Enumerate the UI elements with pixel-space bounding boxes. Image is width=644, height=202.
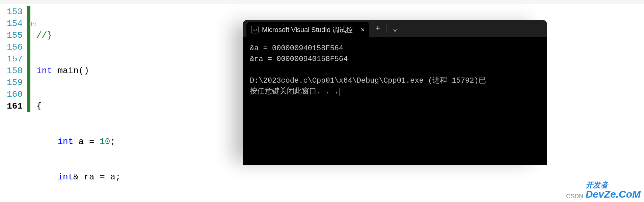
line-number: 161 — [0, 100, 23, 112]
fold-cell — [30, 77, 36, 89]
output-line: &a = 000000940158F564 — [250, 44, 343, 53]
line-number: 154 — [0, 18, 23, 30]
comment-token: //} — [36, 30, 52, 40]
text-token: a = — [73, 137, 100, 147]
change-tick — [27, 77, 30, 89]
line-number: 160 — [0, 89, 23, 100]
close-icon[interactable]: × — [361, 26, 365, 34]
line-number: 155 — [0, 30, 23, 41]
keyword-token: int — [57, 172, 73, 182]
fold-toggle-icon[interactable]: − — [31, 22, 35, 26]
fold-cell[interactable]: − — [30, 18, 36, 30]
watermark: CSDN 开发者 DevZe.CoM — [566, 182, 641, 200]
fold-cell — [30, 89, 36, 100]
change-tick — [27, 100, 30, 112]
change-tick — [27, 6, 30, 18]
chevron-down-icon: ⌄ — [393, 24, 397, 33]
watermark-top: 开发者 — [586, 182, 641, 189]
output-line: 按任意键关闭此窗口. . . — [250, 87, 339, 96]
watermark-prefix: CSDN — [566, 193, 583, 200]
change-tick — [27, 18, 30, 30]
code-line[interactable]: int& ra = a; — [36, 171, 644, 183]
brace-token: { — [36, 101, 42, 111]
output-line: D:\2023code.c\Cpp01\x64\Debug\Cpp01.exe … — [250, 77, 486, 85]
change-tick — [27, 65, 30, 77]
output-line: &ra = 000000940158F564 — [250, 55, 348, 63]
line-number: 157 — [0, 53, 23, 65]
terminal-tab-actions: + ⌄ — [369, 20, 403, 37]
debug-console-window[interactable]: c:\ Microsoft Visual Studio 调试控 × + ⌄ &a… — [243, 20, 547, 165]
text-token: main() — [52, 66, 89, 76]
text-token: ; — [110, 137, 115, 147]
new-tab-button[interactable]: + — [369, 20, 386, 37]
terminal-output[interactable]: &a = 000000940158F564 &ra = 000000940158… — [243, 37, 547, 103]
fold-cell — [30, 53, 36, 65]
cmd-icon: c:\ — [251, 26, 259, 33]
line-number: 158 — [0, 65, 23, 77]
terminal-cursor — [340, 88, 340, 96]
text-token: & ra = a; — [73, 172, 120, 182]
line-number-gutter[interactable]: 153 154 155 156 157 158 159 160 161 — [0, 4, 27, 202]
line-number: 156 — [0, 41, 23, 53]
change-tick — [27, 30, 30, 41]
change-tick — [27, 41, 30, 53]
tab-dropdown-button[interactable]: ⌄ — [386, 20, 403, 37]
plus-icon: + — [376, 25, 380, 33]
watermark-logo: 开发者 DevZe.CoM — [586, 182, 641, 200]
terminal-titlebar[interactable]: c:\ Microsoft Visual Studio 调试控 × + ⌄ — [243, 20, 547, 37]
fold-cell — [30, 65, 36, 77]
change-tick — [27, 53, 30, 65]
fold-cell — [30, 6, 36, 18]
editor-ruler — [0, 0, 644, 4]
change-tick — [27, 89, 30, 100]
terminal-tab[interactable]: c:\ Microsoft Visual Studio 调试控 × — [246, 22, 369, 37]
watermark-bottom: DevZe.CoM — [586, 189, 641, 200]
keyword-token: int — [36, 66, 52, 76]
fold-cell — [30, 100, 36, 112]
number-token: 10 — [100, 137, 110, 147]
line-number: 153 — [0, 6, 23, 18]
change-indicator-bar — [27, 4, 30, 202]
fold-cell — [30, 41, 36, 53]
keyword-token: int — [57, 137, 73, 147]
fold-column: − — [30, 4, 36, 202]
line-number: 159 — [0, 77, 23, 89]
terminal-tab-title: Microsoft Visual Studio 调试控 — [262, 25, 353, 34]
fold-cell — [30, 30, 36, 41]
